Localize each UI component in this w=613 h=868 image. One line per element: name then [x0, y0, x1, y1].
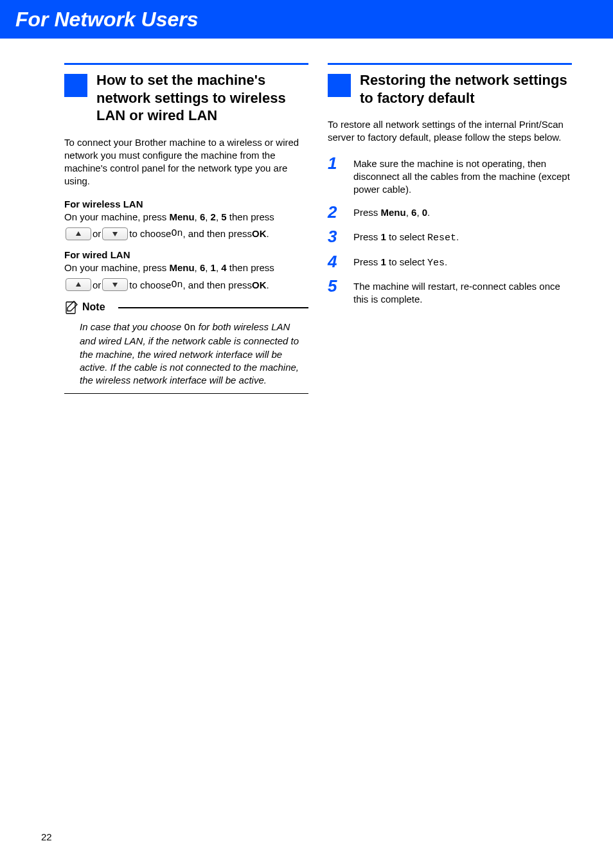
note-rule — [64, 393, 308, 394]
section-title: Restoring the network settings to factor… — [360, 71, 572, 107]
menu-key: Menu — [169, 211, 194, 222]
section-rule — [64, 63, 308, 65]
step-3: 3 Press 1 to select Reset. — [328, 228, 572, 245]
text: , and then press — [182, 279, 252, 290]
text: . — [427, 207, 430, 218]
text: then press — [227, 211, 274, 222]
text: , — [195, 262, 200, 273]
section-bullet-icon — [328, 74, 351, 97]
text: to choose — [129, 279, 171, 290]
text-or: or — [93, 279, 101, 290]
svg-marker-3 — [112, 283, 118, 287]
text: Press — [353, 231, 381, 242]
text: , — [406, 207, 411, 218]
text: , — [195, 211, 200, 222]
text: Press — [353, 207, 381, 218]
text: . — [266, 228, 269, 239]
menu-key: Menu — [169, 262, 194, 273]
step-number: 3 — [328, 228, 353, 245]
text: to select — [386, 231, 427, 242]
step-4: 4 Press 1 to select Yes. — [328, 253, 572, 270]
arrow-up-icon — [66, 278, 91, 291]
section-header: How to set the machine's network setting… — [64, 71, 308, 125]
intro-paragraph: To connect your Brother machine to a wir… — [64, 136, 308, 188]
note-block: Note In case that you choose On for both… — [64, 300, 308, 394]
note-icon — [64, 300, 78, 314]
section-title: How to set the machine's network setting… — [96, 71, 308, 125]
left-column: How to set the machine's network setting… — [64, 63, 308, 394]
arrow-down-icon — [102, 227, 128, 240]
arrow-down-icon — [102, 278, 128, 291]
text: , — [205, 211, 210, 222]
code-yes: Yes — [427, 258, 445, 269]
text: to choose — [129, 228, 171, 239]
text: On your machine, press — [64, 211, 169, 222]
section-bullet-icon — [64, 74, 87, 97]
note-rule — [118, 307, 308, 308]
wireless-instruction: On your machine, press Menu, 6, 2, 5 the… — [64, 211, 308, 224]
text-or: or — [93, 228, 101, 239]
step-1: 1 Make sure the machine is not operating… — [328, 155, 572, 197]
text: Press — [353, 256, 381, 267]
note-header: Note — [64, 300, 308, 314]
document-page: For Network Users How to set the machine… — [0, 0, 613, 868]
text: . — [266, 279, 269, 290]
wired-instruction: On your machine, press Menu, 6, 1, 4 the… — [64, 261, 308, 274]
step-text: Press 1 to select Yes. — [353, 253, 447, 270]
svg-marker-0 — [76, 231, 81, 236]
wired-subhead: For wired LAN — [64, 249, 308, 260]
text: In case that you choose — [80, 321, 184, 332]
menu-key: Menu — [381, 207, 406, 218]
step-number: 4 — [328, 253, 353, 270]
key-5: 5 — [221, 211, 226, 222]
text: , and then press — [182, 228, 252, 239]
code-reset: Reset — [427, 233, 456, 244]
step-text: Make sure the machine is not operating, … — [353, 155, 572, 197]
code-on: On — [184, 323, 196, 333]
step-text: Press Menu, 6, 0. — [353, 204, 430, 219]
note-label: Note — [82, 301, 105, 313]
key-1: 1 — [381, 256, 386, 267]
key-1: 1 — [211, 262, 216, 273]
banner-title: For Network Users — [15, 8, 199, 31]
ok-key: OK — [252, 228, 267, 239]
intro-paragraph: To restore all network settings of the i… — [328, 118, 572, 145]
step-5: 5 The machine will restart, re-connect c… — [328, 278, 572, 306]
key-6: 6 — [200, 211, 205, 222]
wireless-subhead: For wireless LAN — [64, 199, 308, 209]
code-on: On — [171, 228, 182, 239]
section-rule — [328, 63, 572, 65]
content-area: How to set the machine's network setting… — [0, 39, 613, 394]
code-on: On — [171, 279, 182, 290]
text: , — [205, 262, 210, 273]
key-4: 4 — [221, 262, 226, 273]
svg-marker-2 — [76, 282, 81, 287]
text: On your machine, press — [64, 262, 169, 273]
step-number: 2 — [328, 204, 353, 220]
step-number: 5 — [328, 278, 353, 294]
text: then press — [227, 262, 274, 273]
arrow-up-icon — [66, 227, 91, 240]
key-2: 2 — [211, 211, 216, 222]
svg-marker-1 — [112, 232, 118, 236]
wireless-key-row: or to choose On, and then press OK. — [64, 227, 308, 240]
text: . — [445, 256, 447, 267]
text: to select — [386, 256, 427, 267]
section-header: Restoring the network settings to factor… — [328, 71, 572, 107]
text: , — [416, 207, 422, 218]
key-1: 1 — [381, 231, 386, 242]
step-text: The machine will restart, re-connect cab… — [353, 278, 572, 306]
ok-key: OK — [252, 279, 267, 290]
step-text: Press 1 to select Reset. — [353, 228, 459, 245]
note-body: In case that you choose On for both wire… — [64, 317, 308, 393]
step-2: 2 Press Menu, 6, 0. — [328, 204, 572, 220]
page-banner: For Network Users — [0, 0, 613, 39]
page-number: 22 — [41, 831, 52, 842]
key-0: 0 — [422, 207, 427, 218]
step-number: 1 — [328, 155, 353, 172]
key-6: 6 — [200, 262, 205, 273]
steps-list: 1 Make sure the machine is not operating… — [328, 155, 572, 306]
right-column: Restoring the network settings to factor… — [328, 63, 572, 394]
text: . — [456, 231, 459, 242]
wired-key-row: or to choose On, and then press OK. — [64, 278, 308, 291]
